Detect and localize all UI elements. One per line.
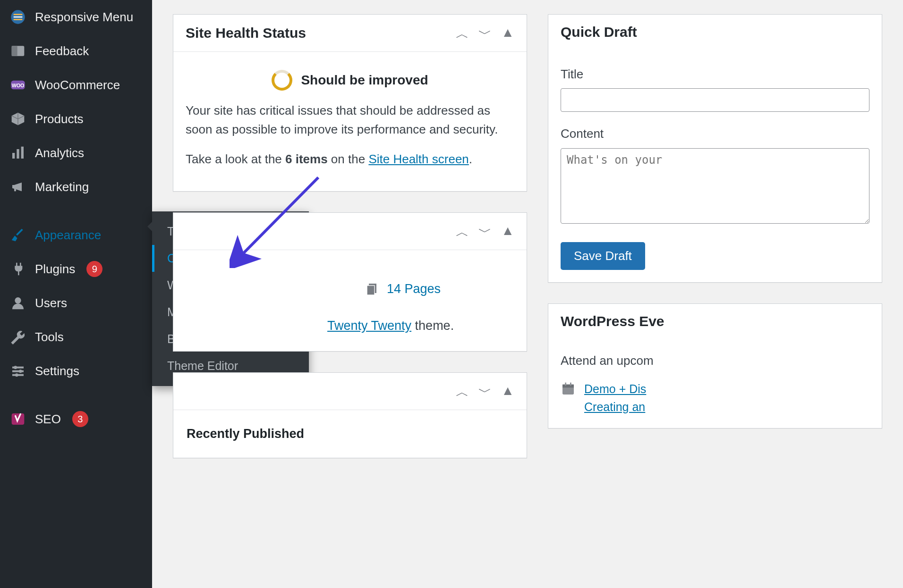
panel-controls: ︿ ﹀ ▲ [456, 24, 514, 42]
svg-point-11 [15, 297, 21, 303]
yoast-icon [9, 411, 26, 428]
panel-move-down-icon[interactable]: ﹀ [478, 383, 492, 401]
panel-collapse-icon[interactable]: ▲ [501, 25, 514, 43]
svg-rect-23 [565, 383, 566, 386]
svg-rect-22 [562, 385, 574, 388]
svg-point-16 [19, 370, 22, 373]
panel-collapse-icon[interactable]: ▲ [501, 223, 514, 241]
plugins-update-badge: 9 [86, 261, 102, 277]
panel-activity: ︿ ﹀ ▲ Recently Published [173, 372, 527, 459]
panel-move-down-icon[interactable]: ﹀ [478, 25, 492, 43]
box-icon [9, 110, 26, 127]
svg-rect-5 [12, 46, 17, 56]
sliders-icon [9, 362, 26, 379]
svg-rect-9 [17, 149, 19, 159]
svg-rect-2 [14, 17, 23, 18]
svg-rect-3 [14, 19, 23, 20]
sidebar-item-label: Products [35, 112, 84, 126]
sidebar-item-label: SEO [35, 412, 61, 427]
sidebar-item-settings[interactable]: Settings [0, 354, 152, 388]
sidebar-item-marketing[interactable]: Marketing [0, 170, 152, 204]
sidebar-item-label: Feedback [35, 44, 89, 59]
panel-move-up-icon[interactable]: ︿ [456, 25, 469, 43]
sidebar-item-plugins[interactable]: Plugins 9 [0, 252, 152, 286]
paintbrush-icon [9, 227, 26, 244]
woocommerce-icon: WOO [9, 76, 26, 93]
svg-point-17 [15, 373, 18, 377]
panel-move-up-icon[interactable]: ︿ [456, 383, 469, 401]
event-link[interactable]: Demo + Dis Creating an [584, 380, 646, 416]
panel-move-up-icon[interactable]: ︿ [456, 223, 469, 241]
draft-title-input[interactable] [561, 88, 869, 112]
theme-link[interactable]: Twenty Twenty [327, 319, 411, 333]
panel-controls: ︿ ﹀ ▲ [456, 382, 514, 400]
health-description: Your site has critical issues that shoul… [186, 101, 514, 139]
panel-controls: ︿ ﹀ ▲ [456, 222, 514, 240]
sidebar-item-label: Marketing [35, 180, 89, 194]
events-body-text: Attend an upcom [561, 351, 869, 370]
health-status-label: Should be improved [301, 70, 428, 90]
pages-stack-icon [365, 282, 380, 297]
user-icon [9, 294, 26, 311]
health-progress-circle-icon [272, 70, 292, 91]
panel-wordpress-events: WordPress Eve Attend an upcom Demo + Dis… [548, 303, 882, 428]
sidebar-item-responsive-menu[interactable]: Responsive Menu [0, 0, 152, 34]
bar-chart-icon [9, 144, 26, 161]
svg-text:WOO: WOO [12, 83, 25, 88]
sidebar-item-products[interactable]: Products [0, 102, 152, 136]
plug-icon [9, 260, 26, 277]
panel-site-health: Site Health Status ︿ ﹀ ▲ Should be impro… [173, 14, 527, 192]
meetup-icon [561, 381, 576, 402]
panel-title: WordPress Eve [561, 313, 664, 329]
sidebar-item-users[interactable]: Users [0, 286, 152, 320]
wrench-icon [9, 328, 26, 345]
panel-quick-draft: Quick Draft Title Content Save Draft [548, 14, 882, 283]
content-field-label: Content [561, 124, 869, 143]
sidebar-item-feedback[interactable]: Feedback [0, 34, 152, 68]
sidebar-item-label: Appearance [35, 228, 101, 243]
seo-notification-badge: 3 [72, 411, 88, 427]
panel-at-a-glance: ︿ ﹀ ▲ 14 Pages Twenty Twenty theme. [173, 212, 527, 352]
activity-subheading: Recently Published [186, 422, 514, 446]
sidebar-item-label: Analytics [35, 146, 84, 160]
sidebar-item-label: Plugins [35, 262, 75, 277]
sidebar-item-appearance[interactable]: Appearance [0, 218, 152, 252]
megaphone-icon [9, 178, 26, 195]
panel-title: Quick Draft [561, 24, 637, 40]
site-health-screen-link[interactable]: Site Health screen [368, 152, 469, 166]
panel-move-down-icon[interactable]: ﹀ [478, 223, 492, 241]
dashboard-content: Site Health Status ︿ ﹀ ▲ Should be impro… [152, 0, 903, 588]
panel-title [186, 223, 189, 239]
sidebar-item-label: Responsive Menu [35, 10, 133, 25]
sidebar-item-tools[interactable]: Tools [0, 320, 152, 354]
sidebar-item-woocommerce[interactable]: WOO WooCommerce [0, 68, 152, 102]
panel-title: Site Health Status [186, 25, 306, 41]
sidebar-item-label: Settings [35, 364, 79, 378]
health-link-line: Take a look at the 6 items on the Site H… [186, 150, 514, 168]
sidebar-item-seo[interactable]: SEO 3 [0, 402, 152, 436]
panel-title [186, 383, 189, 399]
hamburger-icon [9, 8, 26, 25]
panel-collapse-icon[interactable]: ▲ [501, 383, 514, 401]
sidebar-item-label: Users [35, 296, 67, 311]
save-draft-button[interactable]: Save Draft [561, 242, 645, 270]
feedback-icon [9, 42, 26, 59]
admin-sidebar: Responsive Menu Feedback WOO WooCommerce… [0, 0, 152, 588]
svg-rect-8 [12, 153, 15, 159]
sidebar-item-label: Tools [35, 330, 64, 344]
sidebar-item-label: WooCommerce [35, 78, 120, 92]
draft-content-textarea[interactable] [561, 148, 869, 224]
svg-rect-10 [21, 147, 24, 159]
svg-rect-24 [570, 383, 571, 386]
title-field-label: Title [561, 65, 869, 84]
svg-rect-20 [367, 286, 375, 295]
sidebar-item-analytics[interactable]: Analytics [0, 136, 152, 170]
svg-point-15 [14, 366, 17, 369]
pages-count-link[interactable]: 14 Pages [387, 279, 441, 299]
svg-rect-1 [14, 14, 23, 15]
